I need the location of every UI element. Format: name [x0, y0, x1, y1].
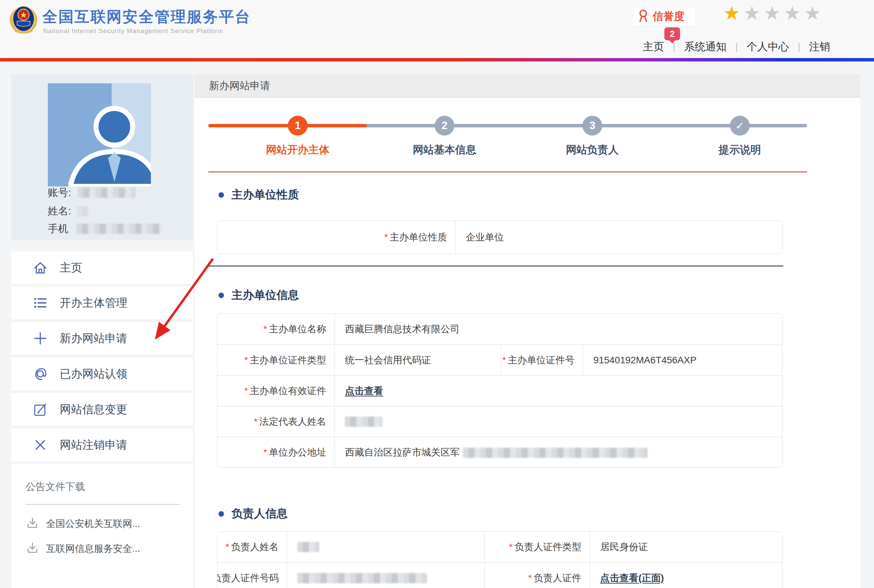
sidebar-item-website-info-change[interactable]: 网站信息变更	[11, 393, 193, 426]
star-icon: ★	[723, 2, 743, 24]
step-circle-2: 2	[435, 116, 454, 135]
table-row: *负责人证件号码*负责人证件点击查看(正面)	[217, 562, 782, 588]
nature-table: *主办单位性质企业单位	[217, 220, 783, 254]
downloads-title: 公告文件下载	[25, 480, 85, 494]
nav-separator: |	[735, 42, 738, 52]
nav-logout[interactable]: 注销	[809, 40, 830, 54]
value-cell: 91540192MA6T456AXP	[583, 345, 782, 375]
name-row: 姓名:	[48, 204, 89, 218]
field-label: *单位办公地址	[217, 437, 334, 468]
sidebar-item-label: 新办网站申请	[60, 331, 127, 346]
sidebar-item-label: 已办网站认领	[60, 366, 127, 382]
sidebar-item-claim-website[interactable]: 已办网站认领	[11, 357, 193, 390]
step-label-2: 网站基本信息	[390, 143, 499, 157]
field-label: *主办单位有效证件	[217, 376, 334, 406]
sidebar-item-home[interactable]: 主页	[11, 251, 193, 284]
downloads-block: 公告文件下载 全国公安机关互联网...互联网信息服务安全...	[11, 464, 193, 588]
account-row: 账号:	[48, 186, 136, 200]
value-cell: 点击查看	[334, 376, 782, 406]
step-label-4: 提示说明	[685, 143, 795, 157]
field-label: *负责人证件类型	[484, 532, 590, 562]
header-gradient-bar	[0, 58, 874, 62]
reputation-stars: ★★★★★	[723, 2, 824, 24]
download-item[interactable]: 全国公安机关互联网...	[25, 515, 140, 532]
field-label: *主办单位性质	[217, 221, 455, 254]
table-row: *主办单位有效证件点击查看	[217, 375, 782, 406]
section-divider	[208, 266, 783, 267]
value-cell: 点击查看(正面)	[590, 563, 782, 588]
value-cell: 企业单位	[455, 221, 782, 254]
view-link[interactable]: 点击查看	[345, 384, 383, 398]
field-label: *主办单位名称	[217, 314, 334, 345]
downloads-divider	[25, 504, 180, 505]
sidebar: 账号: 姓名: 手机 主页开办主体管理新办网站申请已办网站认领网站信息变更网站注…	[11, 75, 193, 588]
field-label: *负责人证件号码	[217, 563, 287, 588]
star-icon: ★	[804, 2, 824, 24]
redacted-value	[463, 448, 647, 458]
redacted-value	[297, 542, 319, 552]
field-label: *法定代表人姓名	[217, 406, 334, 437]
name-label: 姓名:	[48, 204, 71, 218]
download-icon	[25, 541, 39, 557]
field-label: *负责人姓名	[217, 532, 287, 562]
step-label-1: 网站开办主体	[243, 143, 352, 157]
section-heading-organizer: 主办单位信息	[219, 288, 299, 303]
table-row: *主办单位性质企业单位	[217, 221, 782, 254]
field-label: *主办单位证件号	[501, 345, 583, 375]
sidebar-item-label: 网站注销申请	[60, 437, 127, 453]
stepper-underline	[208, 171, 807, 172]
nav-home[interactable]: 主页	[643, 40, 664, 54]
plus-icon	[32, 330, 49, 347]
table-row: *法定代表人姓名	[217, 406, 782, 437]
main-content: 1网站开办主体2网站基本信息3网站负责人✓提示说明 主办单位性质 *主办单位性质…	[195, 98, 861, 588]
phone-value-redacted	[76, 224, 162, 234]
list-icon	[32, 294, 49, 311]
page-title: 新办网站申请	[209, 79, 270, 93]
table-row: *主办单位名称西藏巨腾信息技术有限公司	[217, 314, 782, 345]
value-cell	[287, 532, 484, 562]
nav-separator: |	[673, 42, 675, 52]
download-item[interactable]: 互联网信息服务安全...	[25, 540, 140, 558]
notification-badge[interactable]: 2	[664, 27, 680, 40]
value-cell: 西藏自治区拉萨市城关区军	[334, 437, 782, 468]
field-value: 91540192MA6T456AXP	[594, 355, 697, 366]
reputation-label: 信誉度	[653, 9, 685, 24]
name-value-redacted	[76, 206, 89, 216]
value-cell	[334, 406, 782, 437]
value-cell	[287, 563, 484, 588]
field-label: *主办单位证件类型	[217, 345, 334, 375]
value-cell: 居民身份证	[590, 532, 782, 562]
sidebar-item-label: 主页	[60, 260, 82, 276]
page-title-bar: 新办网站申请	[195, 75, 861, 98]
medal-icon	[636, 8, 650, 25]
section-heading-person: 负责人信息	[219, 506, 288, 521]
sidebar-item-new-website-application[interactable]: 新办网站申请	[11, 322, 193, 355]
sidebar-item-website-cancellation[interactable]: 网站注销申请	[11, 429, 193, 461]
nav-separator: |	[798, 42, 800, 52]
nav-personal-center[interactable]: 个人中心	[747, 40, 789, 54]
phone-row: 手机	[48, 222, 162, 236]
step-circle-4: ✓	[730, 116, 750, 135]
sidebar-item-label: 开办主体管理	[60, 296, 127, 311]
step-circle-3: 3	[582, 116, 602, 135]
page: 全国互联网安全管理服务平台 National Internet Security…	[0, 0, 874, 588]
sidebar-item-subject-management[interactable]: 开办主体管理	[11, 286, 193, 319]
person-table: *负责人姓名*负责人证件类型居民身份证*负责人证件号码*负责人证件点击查看(正面…	[217, 531, 783, 588]
bullet-icon	[219, 511, 224, 517]
home-icon	[32, 259, 49, 276]
star-icon: ★	[784, 2, 804, 24]
platform-title: 全国互联网安全管理服务平台	[42, 7, 251, 27]
nav-system-notices[interactable]: 系统通知	[684, 40, 727, 54]
user-panel: 账号: 姓名: 手机	[11, 75, 193, 240]
bullet-icon	[219, 192, 224, 198]
field-value: 居民身份证	[600, 540, 648, 554]
step-label-3: 网站负责人	[538, 143, 647, 157]
account-value-redacted	[78, 188, 136, 198]
view-link[interactable]: 点击查看(正面)	[600, 572, 664, 585]
redacted-value	[345, 417, 382, 427]
section-heading-nature: 主办单位性质	[219, 187, 299, 202]
field-value: 企业单位	[466, 231, 504, 244]
star-icon: ★	[763, 2, 784, 24]
field-label: *负责人证件	[484, 563, 590, 588]
close-icon	[32, 436, 49, 453]
